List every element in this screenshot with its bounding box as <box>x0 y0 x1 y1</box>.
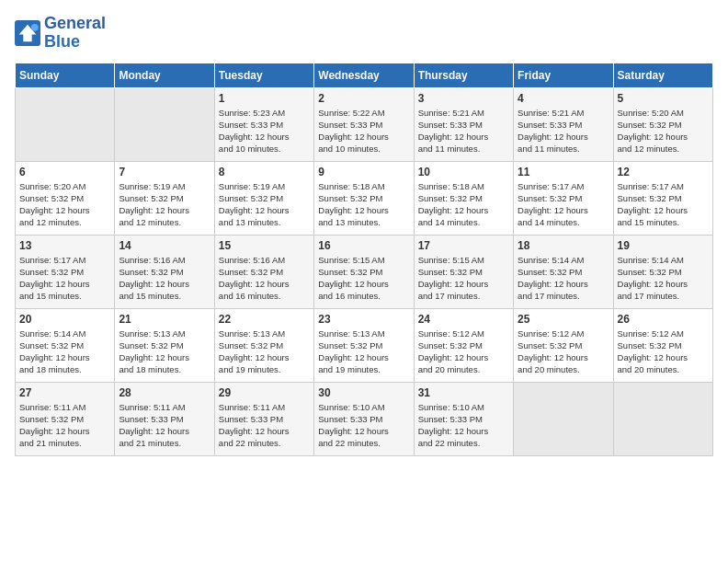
calendar-cell: 16Sunrise: 5:15 AM Sunset: 5:32 PM Dayli… <box>314 235 414 308</box>
day-info: Sunrise: 5:11 AM Sunset: 5:33 PM Dayligh… <box>119 401 210 450</box>
day-info: Sunrise: 5:18 AM Sunset: 5:32 PM Dayligh… <box>318 180 409 229</box>
day-info: Sunrise: 5:18 AM Sunset: 5:32 PM Dayligh… <box>418 180 509 229</box>
day-number: 10 <box>418 166 509 178</box>
day-info: Sunrise: 5:13 AM Sunset: 5:32 PM Dayligh… <box>318 327 409 376</box>
col-header-tuesday: Tuesday <box>214 63 313 87</box>
day-info: Sunrise: 5:12 AM Sunset: 5:32 PM Dayligh… <box>518 327 609 376</box>
calendar-cell: 10Sunrise: 5:18 AM Sunset: 5:32 PM Dayli… <box>414 161 513 235</box>
day-number: 6 <box>19 166 110 178</box>
day-number: 5 <box>618 92 709 105</box>
calendar-cell <box>16 87 115 161</box>
day-info: Sunrise: 5:17 AM Sunset: 5:32 PM Dayligh… <box>19 254 110 303</box>
calendar-cell: 11Sunrise: 5:17 AM Sunset: 5:32 PM Dayli… <box>514 161 613 235</box>
logo: General Blue <box>15 15 106 52</box>
day-info: Sunrise: 5:13 AM Sunset: 5:32 PM Dayligh… <box>219 327 310 376</box>
calendar-cell: 24Sunrise: 5:12 AM Sunset: 5:32 PM Dayli… <box>414 308 513 382</box>
calendar-cell: 1Sunrise: 5:23 AM Sunset: 5:33 PM Daylig… <box>214 87 313 161</box>
day-number: 16 <box>318 239 409 252</box>
day-info: Sunrise: 5:11 AM Sunset: 5:32 PM Dayligh… <box>19 401 110 450</box>
day-number: 30 <box>318 386 409 399</box>
logo-text: General Blue <box>44 15 106 52</box>
col-header-wednesday: Wednesday <box>314 63 414 87</box>
day-info: Sunrise: 5:20 AM Sunset: 5:32 PM Dayligh… <box>618 107 709 155</box>
day-info: Sunrise: 5:14 AM Sunset: 5:32 PM Dayligh… <box>518 254 609 303</box>
calendar-cell: 14Sunrise: 5:16 AM Sunset: 5:32 PM Dayli… <box>115 235 214 308</box>
week-row-5: 27Sunrise: 5:11 AM Sunset: 5:32 PM Dayli… <box>16 382 713 455</box>
day-info: Sunrise: 5:14 AM Sunset: 5:32 PM Dayligh… <box>19 327 110 376</box>
calendar-cell: 19Sunrise: 5:14 AM Sunset: 5:32 PM Dayli… <box>613 235 712 308</box>
day-info: Sunrise: 5:17 AM Sunset: 5:32 PM Dayligh… <box>618 180 709 229</box>
calendar-cell: 15Sunrise: 5:16 AM Sunset: 5:32 PM Dayli… <box>214 235 313 308</box>
calendar-cell: 12Sunrise: 5:17 AM Sunset: 5:32 PM Dayli… <box>613 161 712 235</box>
day-info: Sunrise: 5:17 AM Sunset: 5:32 PM Dayligh… <box>518 180 609 229</box>
day-number: 4 <box>518 92 609 105</box>
calendar-cell: 30Sunrise: 5:10 AM Sunset: 5:33 PM Dayli… <box>314 382 414 455</box>
day-number: 24 <box>418 313 509 326</box>
day-number: 20 <box>19 313 110 326</box>
calendar-cell: 5Sunrise: 5:20 AM Sunset: 5:32 PM Daylig… <box>613 87 712 161</box>
day-number: 19 <box>618 239 709 252</box>
col-header-friday: Friday <box>514 63 613 87</box>
day-number: 22 <box>219 313 310 326</box>
day-info: Sunrise: 5:11 AM Sunset: 5:33 PM Dayligh… <box>219 401 310 450</box>
day-info: Sunrise: 5:21 AM Sunset: 5:33 PM Dayligh… <box>518 107 609 155</box>
day-number: 2 <box>318 92 409 105</box>
calendar-cell: 22Sunrise: 5:13 AM Sunset: 5:32 PM Dayli… <box>214 308 313 382</box>
col-header-saturday: Saturday <box>613 63 712 87</box>
day-number: 11 <box>518 166 609 178</box>
day-info: Sunrise: 5:20 AM Sunset: 5:32 PM Dayligh… <box>19 180 110 229</box>
calendar-table: SundayMondayTuesdayWednesdayThursdayFrid… <box>15 63 713 456</box>
day-info: Sunrise: 5:23 AM Sunset: 5:33 PM Dayligh… <box>219 107 310 155</box>
day-number: 31 <box>418 386 509 399</box>
calendar-cell <box>115 87 214 161</box>
day-info: Sunrise: 5:15 AM Sunset: 5:32 PM Dayligh… <box>318 254 409 303</box>
calendar-cell: 13Sunrise: 5:17 AM Sunset: 5:32 PM Dayli… <box>16 235 115 308</box>
day-number: 15 <box>219 239 310 252</box>
day-info: Sunrise: 5:19 AM Sunset: 5:32 PM Dayligh… <box>119 180 210 229</box>
day-number: 26 <box>618 313 709 326</box>
day-number: 1 <box>219 92 310 105</box>
calendar-cell <box>613 382 712 455</box>
calendar-cell: 20Sunrise: 5:14 AM Sunset: 5:32 PM Dayli… <box>16 308 115 382</box>
calendar-cell: 26Sunrise: 5:12 AM Sunset: 5:32 PM Dayli… <box>613 308 712 382</box>
day-info: Sunrise: 5:16 AM Sunset: 5:32 PM Dayligh… <box>219 254 310 303</box>
day-info: Sunrise: 5:12 AM Sunset: 5:32 PM Dayligh… <box>618 327 709 376</box>
calendar-cell <box>514 382 613 455</box>
day-number: 7 <box>119 166 210 178</box>
day-number: 27 <box>19 386 110 399</box>
day-info: Sunrise: 5:10 AM Sunset: 5:33 PM Dayligh… <box>418 401 509 450</box>
day-info: Sunrise: 5:21 AM Sunset: 5:33 PM Dayligh… <box>418 107 509 155</box>
day-number: 12 <box>618 166 709 178</box>
calendar-cell: 29Sunrise: 5:11 AM Sunset: 5:33 PM Dayli… <box>214 382 313 455</box>
calendar-cell: 6Sunrise: 5:20 AM Sunset: 5:32 PM Daylig… <box>16 161 115 235</box>
calendar-cell: 28Sunrise: 5:11 AM Sunset: 5:33 PM Dayli… <box>115 382 214 455</box>
header-row: SundayMondayTuesdayWednesdayThursdayFrid… <box>16 63 713 87</box>
day-info: Sunrise: 5:22 AM Sunset: 5:33 PM Dayligh… <box>318 107 409 155</box>
day-number: 28 <box>119 386 210 399</box>
calendar-cell: 27Sunrise: 5:11 AM Sunset: 5:32 PM Dayli… <box>16 382 115 455</box>
calendar-cell: 4Sunrise: 5:21 AM Sunset: 5:33 PM Daylig… <box>514 87 613 161</box>
day-number: 17 <box>418 239 509 252</box>
calendar-cell: 31Sunrise: 5:10 AM Sunset: 5:33 PM Dayli… <box>414 382 513 455</box>
day-info: Sunrise: 5:13 AM Sunset: 5:32 PM Dayligh… <box>119 327 210 376</box>
day-info: Sunrise: 5:19 AM Sunset: 5:32 PM Dayligh… <box>219 180 310 229</box>
day-number: 3 <box>418 92 509 105</box>
week-row-4: 20Sunrise: 5:14 AM Sunset: 5:32 PM Dayli… <box>16 308 713 382</box>
calendar-cell: 2Sunrise: 5:22 AM Sunset: 5:33 PM Daylig… <box>314 87 414 161</box>
page-header: General Blue <box>15 15 713 52</box>
week-row-3: 13Sunrise: 5:17 AM Sunset: 5:32 PM Dayli… <box>16 235 713 308</box>
day-info: Sunrise: 5:16 AM Sunset: 5:32 PM Dayligh… <box>119 254 210 303</box>
calendar-cell: 21Sunrise: 5:13 AM Sunset: 5:32 PM Dayli… <box>115 308 214 382</box>
calendar-cell: 7Sunrise: 5:19 AM Sunset: 5:32 PM Daylig… <box>115 161 214 235</box>
day-number: 23 <box>318 313 409 326</box>
day-info: Sunrise: 5:15 AM Sunset: 5:32 PM Dayligh… <box>418 254 509 303</box>
day-number: 25 <box>518 313 609 326</box>
calendar-cell: 25Sunrise: 5:12 AM Sunset: 5:32 PM Dayli… <box>514 308 613 382</box>
calendar-cell: 9Sunrise: 5:18 AM Sunset: 5:32 PM Daylig… <box>314 161 414 235</box>
logo-icon <box>15 20 40 46</box>
day-info: Sunrise: 5:10 AM Sunset: 5:33 PM Dayligh… <box>318 401 409 450</box>
svg-point-2 <box>31 24 39 31</box>
day-number: 29 <box>219 386 310 399</box>
day-number: 13 <box>19 239 110 252</box>
col-header-monday: Monday <box>115 63 214 87</box>
